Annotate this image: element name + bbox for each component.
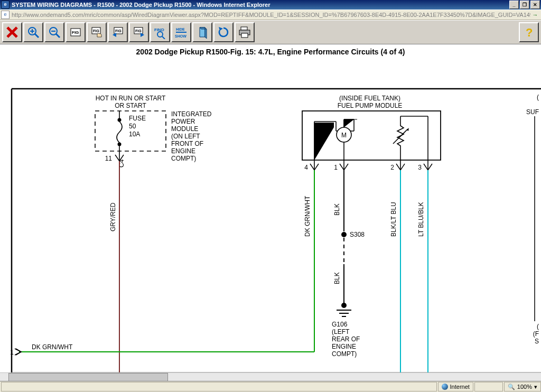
fig-prev-button[interactable]: FIG <box>108 22 128 42</box>
pin-11-c4: 11 C4 <box>105 151 125 167</box>
fig-next-button[interactable]: FIG <box>129 22 149 42</box>
pin-4: 4 <box>304 164 308 171</box>
diagram-border <box>12 89 541 373</box>
diagram-canvas: HOT IN RUN OR START OR START FUSE 50 10A… <box>0 57 541 385</box>
svg-text:G106
      (LEFT
      REAR OF: G106 (LEFT REAR OF ENGINE COMPT) <box>332 321 362 358</box>
zone-label: Internet <box>450 384 470 390</box>
wire-dk-grn-wht-horizontal: 1 DK GRN/WHT <box>10 169 314 356</box>
fuse-amp: 10A <box>129 130 140 138</box>
svg-text:(INSIDE FUEL TANK): (INSIDE FUEL TANK) <box>339 95 400 102</box>
splice-s308 <box>341 232 347 237</box>
scrollbar-thumb[interactable] <box>8 373 168 381</box>
internet-icon <box>442 384 448 390</box>
fig-button[interactable]: FIG <box>66 22 86 42</box>
minimize-button[interactable]: _ <box>509 1 519 9</box>
address-bar: e http://www.ondemand5.com/mric/common/a… <box>0 10 541 20</box>
s308-label: S308 <box>350 231 365 238</box>
blk-lower-label: BLK <box>333 272 341 284</box>
hot-in-run-label: HOT IN RUN OR START <box>96 95 166 102</box>
motor-label: M <box>341 132 347 139</box>
svg-text:SHOW: SHOW <box>175 34 186 38</box>
find-button[interactable]: FIND <box>150 22 170 42</box>
svg-rect-17 <box>241 33 248 38</box>
refresh-button[interactable] <box>213 22 234 42</box>
fuel-sender-symbol <box>393 116 428 160</box>
fig-hand-button[interactable]: FIG <box>87 22 107 42</box>
pin-3: 3 <box>418 164 422 171</box>
svg-rect-15 <box>241 27 247 30</box>
dk-grn-wht-v-label: DK GRN/WHT <box>304 195 311 237</box>
ground-g106: G106 (LEFT REAR OF ENGINE COMPT) <box>332 303 362 358</box>
pin-2: 2 <box>390 164 394 171</box>
status-zone: Internet <box>438 382 473 391</box>
window-title: SYSTEM WIRING DIAGRAMS - R1500 - 2002 Do… <box>12 2 270 8</box>
url-text[interactable]: http://www.ondemand5.com/mric/common/asp… <box>12 12 530 18</box>
svg-text:FUEL PUMP MODULE: FUEL PUMP MODULE <box>338 102 403 109</box>
diagram-title: 2002 Dodge Pickup R1500-Fig. 15: 4.7L, E… <box>0 44 541 57</box>
svg-point-11 <box>157 32 163 37</box>
help-button[interactable]: ? <box>519 22 539 42</box>
zoom-cell[interactable]: 🔍 100% ▾ <box>504 382 541 391</box>
svg-text:HIDE: HIDE <box>176 27 185 31</box>
svg-point-51 <box>341 303 347 308</box>
fuse-number: 50 <box>129 123 136 130</box>
protected-mode <box>474 382 503 391</box>
status-bar: Internet 🔍 100% ▾ <box>0 381 541 392</box>
right-cut-sup: SUF <box>526 108 539 116</box>
horizontal-scrollbar[interactable] <box>0 372 541 381</box>
hide-show-button[interactable]: HIDESHOW <box>171 22 191 42</box>
component-button[interactable] <box>192 22 212 42</box>
pin-1: 1 <box>334 164 338 171</box>
ltblu-blk-label: LT BLU/BLK <box>417 202 425 237</box>
restore-button[interactable]: ❐ <box>520 1 529 9</box>
svg-text:HOT IN RUN
OR START: HOT IN RUN OR START <box>96 95 166 102</box>
page-icon: e <box>1 11 10 19</box>
fuse-label: FUSE <box>129 115 146 122</box>
pin-1-left: 1 <box>10 349 14 356</box>
right-cut-bot: ((FS <box>533 323 539 345</box>
svg-rect-13 <box>176 32 186 33</box>
zoom-value: 100% <box>517 384 532 390</box>
close-window-button[interactable]: ✕ <box>530 1 540 9</box>
app-toolbar: FIG FIG FIG FIG FIND HIDESHOW ? <box>0 20 541 44</box>
blk-upper-label: BLK <box>333 203 341 216</box>
svg-text:FIG: FIG <box>93 29 99 33</box>
ie-icon: e <box>1 1 10 9</box>
svg-point-24 <box>118 143 122 146</box>
fuse-block: HOT IN RUN OR START OR START FUSE 50 10A <box>95 95 166 151</box>
fuel-pump-module: (INSIDE FUEL TANK) FUEL PUMP MODULE M <box>302 95 441 160</box>
zoom-dropdown-icon[interactable]: ▾ <box>534 384 537 390</box>
svg-text:OR START: OR START <box>115 102 146 109</box>
svg-point-23 <box>118 118 122 122</box>
go-button[interactable]: → <box>530 12 540 18</box>
print-button[interactable] <box>235 22 255 42</box>
ipm-label: INTEGRATED POWER MODULE (ON LEFT FRONT O… <box>171 110 213 162</box>
window-titlebar: e SYSTEM WIRING DIAGRAMS - R1500 - 2002 … <box>0 0 541 10</box>
svg-text:FIG: FIG <box>115 29 122 33</box>
status-message <box>1 382 437 391</box>
right-cut-top: ( <box>537 94 539 101</box>
fuel-module-pins: 4 1 2 3 <box>304 160 432 171</box>
zoom-icon: 🔍 <box>508 384 515 390</box>
svg-text:FIG: FIG <box>135 29 142 33</box>
pin-11-label: 11 <box>105 155 113 162</box>
dk-grn-wht-h-label: DK GRN/WHT <box>32 343 73 351</box>
gry-red-label: GRY/RED <box>109 202 117 231</box>
svg-text:FIG: FIG <box>72 30 79 35</box>
zoom-in-button[interactable] <box>23 22 43 42</box>
zoom-out-button[interactable] <box>44 22 64 42</box>
blk-ltblu-label: BLK/LT BLU <box>390 202 397 237</box>
svg-text:?: ? <box>526 26 533 39</box>
close-diagram-button[interactable] <box>2 22 22 42</box>
